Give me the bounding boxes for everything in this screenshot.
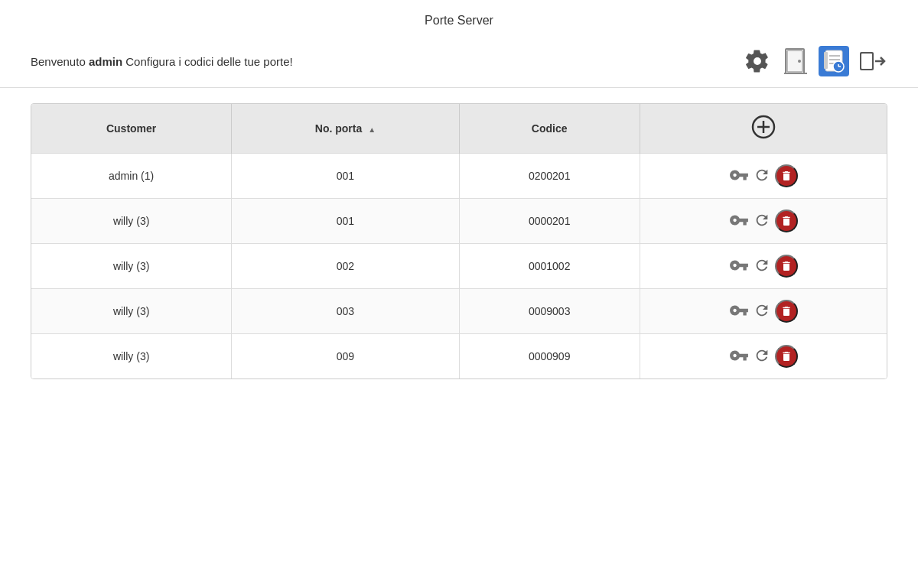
- notebook-icon: [823, 50, 845, 73]
- cell-customer: willy (3): [31, 334, 232, 379]
- username: admin: [89, 55, 122, 68]
- cell-codice: 0009003: [459, 289, 640, 334]
- col-actions-header: [640, 104, 887, 154]
- logout-icon: [858, 49, 886, 73]
- key-icon: [729, 165, 749, 185]
- cell-customer: willy (3): [31, 289, 232, 334]
- key-icon: [729, 300, 749, 320]
- door-button[interactable]: [780, 46, 811, 76]
- cell-codice: 0001002: [459, 244, 640, 289]
- action-buttons: [656, 300, 871, 323]
- refresh-button[interactable]: [754, 167, 770, 186]
- welcome-message: Benvenuto admin Configura i codici delle…: [31, 55, 293, 68]
- table-row: admin (1)0010200201: [31, 154, 887, 199]
- add-circle-icon: [751, 115, 776, 139]
- table-row: willy (3)0030009003: [31, 289, 887, 334]
- delete-button[interactable]: [775, 255, 798, 278]
- refresh-icon: [754, 347, 770, 364]
- cell-codice: 0200201: [459, 154, 640, 199]
- add-record-button[interactable]: [751, 115, 776, 142]
- refresh-icon: [754, 257, 770, 274]
- delete-button[interactable]: [775, 345, 798, 368]
- delete-button[interactable]: [775, 210, 798, 232]
- action-buttons: [656, 164, 871, 187]
- settings-button[interactable]: [742, 46, 773, 76]
- gear-icon: [744, 48, 770, 74]
- door-icon: [783, 47, 808, 75]
- cell-no-porta: 001: [232, 199, 459, 244]
- svg-rect-5: [824, 52, 828, 69]
- trash-icon: [780, 350, 793, 362]
- refresh-icon: [754, 167, 770, 184]
- cell-codice: 0000201: [459, 199, 640, 244]
- cell-no-porta: 001: [232, 154, 459, 199]
- toolbar-icons: [742, 46, 887, 76]
- col-no-porta[interactable]: No. porta ▲: [232, 104, 459, 154]
- cell-actions: [640, 289, 887, 334]
- page-title: Porte Server: [0, 0, 918, 35]
- cell-customer: admin (1): [31, 154, 232, 199]
- cell-codice: 0000909: [459, 334, 640, 379]
- table-row: willy (3)0090000909: [31, 334, 887, 379]
- delete-button[interactable]: [775, 164, 798, 187]
- key-icon: [729, 346, 749, 365]
- key-button[interactable]: [729, 346, 749, 368]
- cell-no-porta: 009: [232, 334, 459, 379]
- key-button[interactable]: [729, 165, 749, 187]
- welcome-prefix: Benvenuto: [31, 55, 89, 68]
- table-row: willy (3)0010000201: [31, 199, 887, 244]
- ports-table: Customer No. porta ▲ Codice: [31, 104, 887, 378]
- refresh-icon: [754, 302, 770, 319]
- action-buttons: [656, 345, 871, 368]
- cell-actions: [640, 154, 887, 199]
- svg-rect-13: [861, 54, 872, 69]
- trash-icon: [780, 260, 793, 272]
- refresh-button[interactable]: [754, 347, 770, 366]
- key-icon: [729, 210, 749, 230]
- cell-no-porta: 003: [232, 289, 459, 334]
- cell-customer: willy (3): [31, 199, 232, 244]
- svg-point-2: [798, 60, 801, 63]
- cell-customer: willy (3): [31, 244, 232, 289]
- key-icon: [729, 255, 749, 275]
- refresh-button[interactable]: [754, 212, 770, 231]
- trash-icon: [780, 305, 793, 317]
- action-buttons: [656, 210, 871, 232]
- table-body: admin (1)0010200201 willy (3)0010000201 …: [31, 154, 887, 379]
- cell-actions: [640, 334, 887, 379]
- col-codice: Codice: [459, 104, 640, 154]
- cell-no-porta: 002: [232, 244, 459, 289]
- action-buttons: [656, 255, 871, 278]
- trash-icon: [780, 170, 793, 182]
- refresh-button[interactable]: [754, 257, 770, 276]
- key-button[interactable]: [729, 300, 749, 323]
- ports-table-container: Customer No. porta ▲ Codice: [31, 103, 887, 379]
- refresh-button[interactable]: [754, 302, 770, 321]
- logout-button[interactable]: [857, 46, 887, 76]
- delete-button[interactable]: [775, 300, 798, 323]
- trash-icon: [780, 215, 793, 227]
- welcome-suffix: Configura i codici delle tue porte!: [122, 55, 293, 68]
- table-header-row: Customer No. porta ▲ Codice: [31, 104, 887, 154]
- notebook-button[interactable]: [819, 46, 849, 76]
- key-button[interactable]: [729, 255, 749, 278]
- sort-arrow-icon: ▲: [368, 125, 376, 134]
- key-button[interactable]: [729, 210, 749, 232]
- cell-actions: [640, 244, 887, 289]
- cell-actions: [640, 199, 887, 244]
- header-bar: Benvenuto admin Configura i codici delle…: [0, 35, 918, 88]
- col-customer: Customer: [31, 104, 232, 154]
- table-row: willy (3)0020001002: [31, 244, 887, 289]
- refresh-icon: [754, 212, 770, 229]
